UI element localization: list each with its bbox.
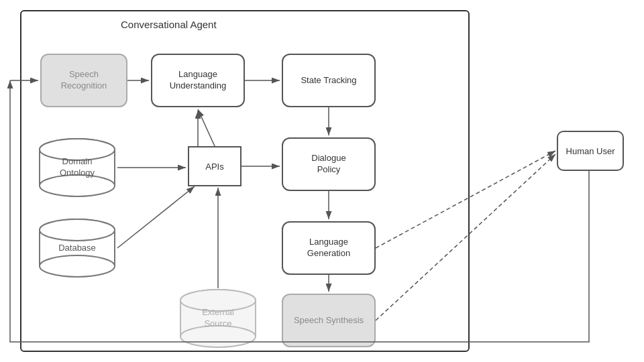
speech-synthesis-box: Speech Synthesis xyxy=(282,294,376,347)
speech-synthesis-label: Speech Synthesis xyxy=(294,315,364,326)
domain-ontology-label: DomainOntology xyxy=(60,156,95,179)
language-understanding-label: LanguageUnderstanding xyxy=(170,69,227,92)
external-source-label: ExternalSource xyxy=(202,307,234,330)
svg-point-11 xyxy=(40,219,115,241)
dialogue-policy-box: DialoguePolicy xyxy=(282,137,376,191)
database-box: Database xyxy=(37,218,117,278)
domain-ontology-box: DomainOntology xyxy=(37,137,117,198)
diagram-canvas: Conversational Agent SpeechRecognition L… xyxy=(0,0,644,362)
language-understanding-box: LanguageUnderstanding xyxy=(151,54,245,107)
state-tracking-box: State Tracking xyxy=(282,54,376,107)
agent-label: Conversational Agent xyxy=(121,19,217,30)
apis-box: APIs xyxy=(188,146,241,186)
language-generation-label: LanguageGeneration xyxy=(307,237,350,259)
state-tracking-label: State Tracking xyxy=(301,75,356,86)
database-label: Database xyxy=(58,243,96,254)
svg-point-10 xyxy=(40,255,115,277)
language-generation-box: LanguageGeneration xyxy=(282,221,376,275)
human-user-label: Human User xyxy=(566,146,615,156)
speech-recognition-box: SpeechRecognition xyxy=(40,54,127,107)
speech-recognition-label: SpeechRecognition xyxy=(61,69,107,92)
apis-label: APIs xyxy=(205,162,223,172)
human-user-box: Human User xyxy=(557,131,624,171)
external-source-box: ExternalSource xyxy=(178,288,258,349)
dialogue-policy-label: DialoguePolicy xyxy=(311,153,345,176)
